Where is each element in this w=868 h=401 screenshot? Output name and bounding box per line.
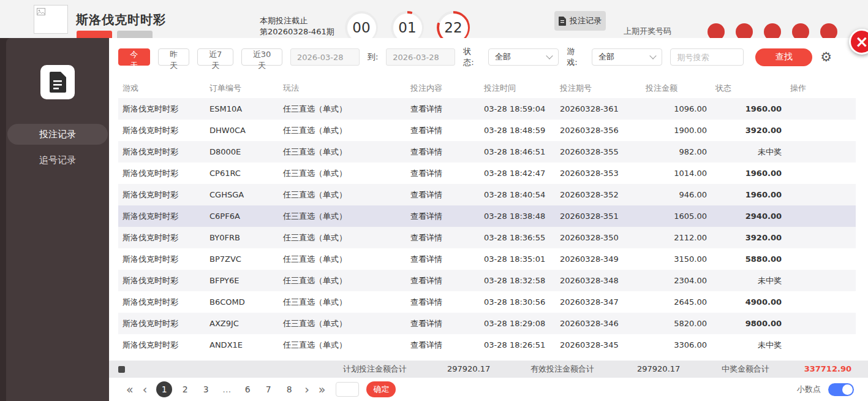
period-cell: 20260328-352 xyxy=(556,184,641,205)
content-cell[interactable]: 查看详情 xyxy=(406,291,480,313)
play-cell: 任三直选（单式） xyxy=(279,313,406,334)
content-cell[interactable]: 查看详情 xyxy=(406,141,480,162)
period-cell: 20260328-353 xyxy=(556,162,641,184)
order-cell[interactable]: BFPY6E xyxy=(205,270,279,291)
content-cell[interactable]: 查看详情 xyxy=(406,334,480,356)
order-cell[interactable]: ANDX1E xyxy=(205,334,279,356)
play-cell: 任三直选（单式） xyxy=(279,98,406,120)
content-cell[interactable]: 查看详情 xyxy=(406,205,480,227)
table-row[interactable]: 斯洛伐克时时彩AXZ9JC任三直选（单式）查看详情03-28 18:29:082… xyxy=(118,313,856,334)
confirm-button[interactable]: 确定 xyxy=(366,381,396,397)
table-row[interactable]: 斯洛伐克时时彩B6COMD任三直选（单式）查看详情03-28 18:30:562… xyxy=(118,291,856,313)
table-row[interactable]: 斯洛伐克时时彩ANDX1E任三直选（单式）查看详情03-28 18:26:512… xyxy=(118,334,856,356)
document-icon xyxy=(49,72,66,93)
table-row[interactable]: 斯洛伐克时时彩C6PF6A任三直选（单式）查看详情03-28 18:38:482… xyxy=(118,205,856,227)
order-cell[interactable]: AXZ9JC xyxy=(205,313,279,334)
table-row[interactable]: 斯洛伐克时时彩CGHSGA任三直选（单式）查看详情03-28 18:40:542… xyxy=(118,184,856,205)
content-cell[interactable]: 查看详情 xyxy=(406,313,480,334)
status-cell: 4900.00 xyxy=(711,291,786,313)
time-cell: 03-28 18:38:48 xyxy=(480,205,556,227)
game-select[interactable]: 全部 xyxy=(592,48,662,66)
order-cell[interactable]: CP61RC xyxy=(205,162,279,184)
modal-sidebar: 投注记录追号记录 xyxy=(6,38,109,401)
content-cell[interactable]: 查看详情 xyxy=(406,227,480,248)
game-cell: 斯洛伐克时时彩 xyxy=(118,141,205,162)
next-page-button[interactable]: › xyxy=(304,384,309,395)
table-row[interactable]: 斯洛伐克时时彩BY0FRB任三直选（单式）查看详情03-28 18:36:552… xyxy=(118,227,856,248)
game-cell: 斯洛伐克时时彩 xyxy=(118,184,205,205)
bet-records-button[interactable]: 投注记录 xyxy=(554,11,606,31)
order-cell[interactable]: ESM10A xyxy=(205,98,279,120)
content-cell[interactable]: 查看详情 xyxy=(406,120,480,141)
page-button-3[interactable]: 3 xyxy=(198,381,214,397)
order-cell[interactable]: BY0FRB xyxy=(205,227,279,248)
game-cell: 斯洛伐克时时彩 xyxy=(118,313,205,334)
valid-total-label: 有效投注金额合计 xyxy=(530,361,594,378)
status-cell: 1960.00 xyxy=(711,162,786,184)
game-cell: 斯洛伐克时时彩 xyxy=(118,162,205,184)
game-cell: 斯洛伐克时时彩 xyxy=(118,227,205,248)
prev-page-button[interactable]: ‹ xyxy=(143,384,148,395)
content-cell[interactable]: 查看详情 xyxy=(406,184,480,205)
status-cell: 2940.00 xyxy=(711,205,786,227)
last-page-button[interactable]: » xyxy=(319,384,326,395)
table-row[interactable]: 斯洛伐克时时彩DHW0CA任三直选（单式）查看详情03-28 18:48:592… xyxy=(118,120,856,141)
period-cell: 20260328-350 xyxy=(556,227,641,248)
page-button-8[interactable]: 8 xyxy=(281,381,297,397)
game-cell: 斯洛伐克时时彩 xyxy=(118,205,205,227)
quick-filter-button[interactable]: 昨天 xyxy=(158,48,190,66)
quick-filter-button[interactable]: 今天 xyxy=(118,48,150,66)
content-cell[interactable]: 查看详情 xyxy=(406,270,480,291)
pagination-bar: « ‹ 123…678 › » 确定 小数点 xyxy=(109,378,868,401)
decimal-toggle[interactable] xyxy=(828,383,854,396)
status-select[interactable]: 全部 xyxy=(488,48,559,66)
sidebar-item-投注记录[interactable]: 投注记录 xyxy=(7,124,108,145)
order-cell[interactable]: DHW0CA xyxy=(205,120,279,141)
table-row[interactable]: 斯洛伐克时时彩ESM10A任三直选（单式）查看详情03-28 18:59:042… xyxy=(118,98,856,120)
order-cell[interactable]: BP7ZVC xyxy=(205,248,279,270)
settings-gear-icon[interactable]: ⚙ xyxy=(820,51,832,64)
col-header: 订单编号 xyxy=(205,78,279,98)
table-row[interactable]: 斯洛伐克时时彩BFPY6E任三直选（单式）查看详情03-28 18:32:582… xyxy=(118,270,856,291)
content-cell[interactable]: 查看详情 xyxy=(406,162,480,184)
decimal-toggle-group: 小数点 xyxy=(797,383,854,396)
table-row[interactable]: 斯洛伐克时时彩BP7ZVC任三直选（单式）查看详情03-28 18:35:012… xyxy=(118,248,856,270)
content-cell[interactable]: 查看详情 xyxy=(406,98,480,120)
page-button-7[interactable]: 7 xyxy=(260,381,276,397)
quick-filter-button[interactable]: 近7天 xyxy=(197,48,233,66)
time-cell: 03-28 18:32:58 xyxy=(480,270,556,291)
op-cell xyxy=(786,205,856,227)
search-button[interactable]: 查找 xyxy=(755,48,812,66)
order-cell[interactable]: D8000E xyxy=(205,141,279,162)
valid-total-value: 297920.17 xyxy=(637,361,680,378)
op-cell xyxy=(786,162,856,184)
status-cell: 未中奖 xyxy=(711,270,786,291)
order-cell[interactable]: C6PF6A xyxy=(205,205,279,227)
order-cell[interactable]: B6COMD xyxy=(205,291,279,313)
deadline-label: 本期投注截止 xyxy=(260,15,334,26)
period-search-input[interactable] xyxy=(670,48,744,66)
broken-image-icon xyxy=(37,8,45,15)
page-button-6[interactable]: 6 xyxy=(240,381,255,397)
summary-marker xyxy=(118,366,125,373)
sidebar-item-追号记录[interactable]: 追号记录 xyxy=(7,150,108,170)
content-cell[interactable]: 查看详情 xyxy=(406,248,480,270)
period-cell: 20260328-351 xyxy=(556,205,641,227)
page-button-2[interactable]: 2 xyxy=(177,381,193,397)
amount-cell: 1096.00 xyxy=(641,98,711,120)
page-jump-input[interactable] xyxy=(336,382,359,397)
win-total-value: 337712.90 xyxy=(804,361,851,378)
play-cell: 任三直选（单式） xyxy=(279,334,406,356)
page-button-1[interactable]: 1 xyxy=(156,381,172,397)
date-to-input[interactable] xyxy=(386,48,455,66)
table-row[interactable]: 斯洛伐克时时彩CP61RC任三直选（单式）查看详情03-28 18:42:472… xyxy=(118,162,856,184)
status-cell: 未中奖 xyxy=(711,334,786,356)
table-row[interactable]: 斯洛伐克时时彩D8000E任三直选（单式）查看详情03-28 18:46:512… xyxy=(118,141,856,162)
quick-filter-button[interactable]: 近30天 xyxy=(241,48,282,66)
page-ellipsis: … xyxy=(219,381,235,397)
game-cell: 斯洛伐克时时彩 xyxy=(118,291,205,313)
order-cell[interactable]: CGHSGA xyxy=(205,184,279,205)
status-label: 状态: xyxy=(463,46,480,68)
date-from-input[interactable] xyxy=(290,48,360,66)
first-page-button[interactable]: « xyxy=(126,384,134,395)
